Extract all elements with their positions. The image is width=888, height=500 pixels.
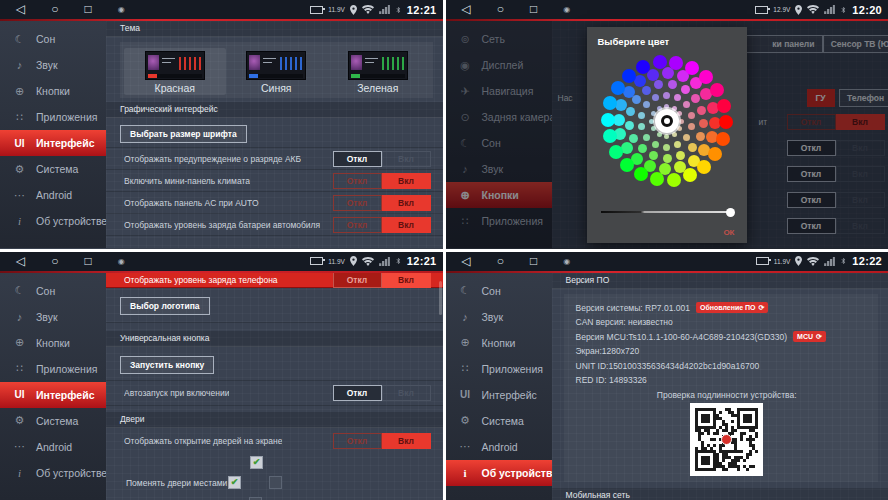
theme-red[interactable]: Красная [124, 48, 226, 95]
logo-select-button[interactable]: Выбор логотипа [120, 297, 210, 315]
toggle-on[interactable]: Вкл [382, 433, 431, 449]
color-dot[interactable] [668, 80, 677, 89]
color-dot[interactable] [677, 126, 682, 131]
toggle-car-battery[interactable]: ОтклВкл [333, 217, 431, 233]
door-checkbox-rear[interactable] [249, 497, 262, 500]
color-dot[interactable] [649, 119, 654, 124]
toggle-ac-panel[interactable]: ОтклВкл [333, 195, 431, 211]
color-dot[interactable] [676, 151, 685, 160]
color-dot[interactable] [601, 113, 615, 127]
sidebar-item-interface[interactable]: UIИнтерфейс [0, 382, 106, 408]
theme-blue[interactable]: Синяя [226, 48, 328, 95]
toggle-phone-charge[interactable]: ОтклВкл [333, 273, 431, 288]
sidebar-item-android[interactable]: ⋯Android [0, 182, 106, 208]
color-dot[interactable] [650, 172, 664, 186]
color-dot[interactable] [664, 134, 669, 139]
color-dot[interactable] [663, 144, 670, 151]
toggle-akb-warning[interactable]: ОтклВкл [333, 151, 431, 167]
color-dot[interactable] [653, 55, 667, 69]
toggle-doors-display[interactable]: ОтклВкл [333, 433, 431, 449]
color-dot[interactable] [667, 173, 681, 187]
sidebar-item-sound[interactable]: ♪Звук [0, 304, 106, 330]
color-dot[interactable] [643, 134, 650, 141]
color-dot[interactable] [683, 134, 690, 141]
back-button[interactable]: ◁ [16, 0, 25, 19]
color-dot[interactable] [626, 107, 635, 116]
sidebar-item-about[interactable]: iОб устройстве [0, 460, 106, 486]
color-dot[interactable] [716, 132, 730, 146]
color-dot[interactable] [603, 129, 617, 143]
toggle-off[interactable]: Откл [333, 195, 382, 211]
toggle-on[interactable]: Вкл [382, 273, 431, 288]
mcu-badge[interactable]: MCU⟳ [793, 331, 826, 342]
sidebar-item-sound[interactable]: ♪Звук [446, 304, 552, 330]
sidebar-item-system[interactable]: ⚙Система [0, 408, 106, 434]
back-button[interactable]: ◁ [462, 0, 471, 19]
sidebar-item-buttons[interactable]: ⊕Кнопки [0, 78, 106, 104]
sidebar-item-system[interactable]: ⚙Система [0, 156, 106, 182]
color-dot[interactable] [629, 134, 638, 143]
toggle-on[interactable]: Вкл [382, 195, 431, 211]
color-dot[interactable] [657, 132, 662, 137]
toggle-climate-panel[interactable]: ОтклВкл [333, 173, 431, 189]
toggle-off[interactable]: Откл [333, 151, 382, 167]
color-dot[interactable] [688, 123, 695, 130]
sidebar-item-sound[interactable]: ♪Звук [0, 52, 106, 78]
screenshot-icon[interactable]: ◉ [563, 252, 570, 271]
color-dot[interactable] [664, 104, 669, 109]
color-dot[interactable] [674, 141, 681, 148]
color-dot[interactable] [615, 99, 627, 111]
color-dot[interactable] [679, 119, 684, 124]
sidebar-item-buttons[interactable]: ⊕Кнопки [446, 330, 552, 356]
toggle-autostart[interactable]: ОтклВкл [333, 385, 431, 401]
color-dot[interactable] [697, 160, 711, 174]
home-button[interactable]: ○ [51, 252, 58, 271]
run-button[interactable]: Запустить кнопку [120, 356, 214, 374]
sidebar-item-system[interactable]: ⚙Система [446, 408, 552, 434]
sidebar-item-apps[interactable]: ∷Приложения [0, 104, 106, 130]
sidebar-item-android[interactable]: ⋯Android [0, 434, 106, 460]
color-dot[interactable] [652, 94, 659, 101]
color-dot[interactable] [699, 119, 708, 128]
theme-green[interactable]: Зеленая [327, 48, 429, 95]
color-dot[interactable] [691, 94, 700, 103]
recents-button[interactable]: □ [530, 252, 537, 271]
sidebar-item-apps[interactable]: ∷Приложения [446, 356, 552, 382]
color-dot[interactable] [708, 147, 722, 161]
scrollbar-thumb[interactable] [439, 281, 442, 315]
sidebar-item-buttons[interactable]: ⊕Кнопки [0, 330, 106, 356]
color-dot[interactable] [674, 94, 681, 101]
update-badge[interactable]: Обновление ПО⟳ [696, 302, 768, 313]
color-dot[interactable] [634, 167, 648, 181]
color-dot[interactable] [649, 151, 658, 160]
setting-row-phone-charge[interactable]: Отображать уровень заряда телефона ОтклВ… [106, 273, 443, 288]
color-dot[interactable] [683, 168, 697, 182]
sidebar-item-interface[interactable]: UIИнтерфейс [446, 382, 552, 408]
color-dot[interactable] [642, 86, 651, 95]
screenshot-icon[interactable]: ◉ [118, 252, 125, 271]
back-button[interactable]: ◁ [462, 252, 471, 271]
recents-button[interactable]: □ [84, 252, 91, 271]
sidebar-item-sleep[interactable]: ☾Сон [446, 278, 552, 304]
color-dot[interactable] [611, 81, 625, 95]
color-dot[interactable] [638, 144, 647, 153]
font-size-button[interactable]: Выбрать размер шрифта [120, 125, 247, 143]
recents-button[interactable]: □ [84, 0, 91, 19]
color-dot[interactable] [672, 132, 677, 137]
color-dot[interactable] [681, 85, 690, 94]
color-dot[interactable] [688, 143, 697, 152]
color-dot[interactable] [620, 158, 634, 172]
slider-thumb[interactable] [726, 208, 735, 217]
color-dot[interactable] [685, 61, 699, 75]
toggle-off[interactable]: Откл [333, 217, 382, 233]
color-dot[interactable] [663, 154, 672, 163]
screenshot-icon[interactable]: ◉ [118, 0, 125, 19]
toggle-on[interactable]: Вкл [382, 151, 431, 167]
color-dot[interactable] [651, 126, 656, 131]
toggle-off[interactable]: Откл [333, 273, 382, 288]
color-dot[interactable] [638, 123, 645, 130]
sidebar-item-about[interactable]: iОб устройстве [0, 208, 106, 234]
color-dot[interactable] [625, 121, 634, 130]
color-dot[interactable] [669, 56, 683, 70]
sidebar-item-interface[interactable]: UIИнтерфейс [0, 130, 106, 156]
